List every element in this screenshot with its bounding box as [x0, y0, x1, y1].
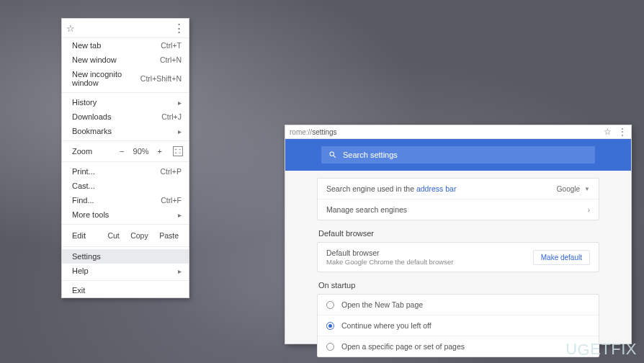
search-placeholder: Search settings [343, 151, 398, 159]
menu-item-downloads[interactable]: Downloads Ctrl+J [62, 109, 189, 124]
more-menu-icon[interactable]: ⋮ [618, 127, 627, 137]
default-browser-row: Default browser Make Google Chrome the d… [318, 243, 599, 272]
zoom-out-button[interactable]: − [117, 147, 126, 156]
menu-separator [62, 92, 189, 93]
menu-shortcut: Ctrl+P [161, 167, 182, 176]
search-engine-text: Search engine used in the address bar [326, 184, 456, 193]
submenu-arrow-icon: ▸ [178, 211, 182, 219]
chevron-right-icon: › [588, 206, 590, 214]
menu-shortcut: Ctrl+F [161, 196, 182, 205]
menu-item-more-tools[interactable]: More tools ▸ [62, 207, 189, 222]
bookmark-star-icon[interactable]: ☆ [66, 23, 75, 34]
menu-item-new-tab[interactable]: New tab Ctrl+T [62, 38, 189, 53]
menu-label: Settings [72, 252, 101, 261]
menu-separator [62, 161, 189, 162]
menu-item-new-window[interactable]: New window Ctrl+N [62, 53, 189, 67]
row-label: Default browser [326, 248, 453, 257]
radio-label: Open a specific page or set of pages [341, 342, 465, 351]
on-startup-title: On startup [318, 281, 599, 290]
menu-item-help[interactable]: Help ▸ [62, 264, 189, 278]
make-default-button[interactable]: Make default [533, 250, 590, 265]
settings-search-input[interactable]: Search settings [321, 146, 595, 163]
advanced-toggle[interactable]: Advanced▼ [317, 357, 599, 363]
menu-label: New window [72, 55, 117, 64]
search-engine-card: Search engine used in the address bar Go… [317, 178, 599, 220]
menu-label: History [72, 98, 97, 107]
menu-item-print[interactable]: Print... Ctrl+P [62, 164, 189, 179]
menu-item-settings[interactable]: Settings [62, 249, 189, 264]
radio-label: Continue where you left off [341, 321, 431, 330]
search-icon [328, 151, 337, 159]
submenu-arrow-icon: ▸ [178, 267, 182, 275]
zoom-in-button[interactable]: + [156, 147, 164, 156]
zoom-label: Zoom [72, 147, 107, 156]
watermark-logo: UGETFIX [565, 340, 637, 359]
menu-shortcut: Ctrl+T [161, 41, 182, 50]
menu-label: Bookmarks [72, 127, 112, 135]
menu-item-exit[interactable]: Exit [62, 283, 189, 297]
menu-shortcut: Ctrl+J [161, 112, 182, 121]
menu-label: Help [72, 266, 89, 275]
menu-label: Exit [72, 286, 85, 295]
zoom-value: 90% [131, 147, 151, 156]
search-engine-select[interactable]: Google ▼ [557, 185, 590, 193]
startup-opt-continue[interactable]: Continue where you left off [318, 315, 599, 336]
startup-opt-new-tab[interactable]: Open the New Tab page [318, 295, 599, 315]
manage-search-engines-row[interactable]: Manage search engines › [318, 199, 599, 220]
menu-label: More tools [72, 210, 109, 219]
radio-icon[interactable] [326, 301, 334, 309]
settings-window: rome://settings ☆ ⋮ Search settings Sear… [285, 125, 632, 344]
chrome-overflow-menu: ☆ ⋮ New tab Ctrl+T New window Ctrl+N New… [61, 18, 189, 298]
menu-label: Print... [72, 167, 95, 176]
menu-separator [62, 280, 189, 281]
address-bar-link[interactable]: address bar [416, 184, 456, 193]
default-browser-title: Default browser [318, 229, 599, 238]
menu-separator [62, 224, 189, 225]
more-menu-icon[interactable]: ⋮ [174, 22, 184, 35]
paste-button[interactable]: Paste [155, 230, 183, 241]
menu-separator [62, 140, 189, 141]
menu-item-new-incognito[interactable]: New incognito window Ctrl+Shift+N [62, 67, 189, 90]
bookmark-star-icon[interactable]: ☆ [604, 127, 612, 137]
fullscreen-icon[interactable]: ⛶ [173, 146, 183, 156]
radio-icon[interactable] [326, 343, 334, 351]
titlebar-right: ☆ ⋮ [599, 127, 627, 137]
menu-item-cast[interactable]: Cast... [62, 179, 189, 193]
startup-opt-specific[interactable]: Open a specific page or set of pages [318, 336, 599, 357]
submenu-arrow-icon: ▸ [178, 127, 182, 135]
menu-item-find[interactable]: Find... Ctrl+F [62, 193, 189, 207]
menu-separator [62, 246, 189, 247]
submenu-arrow-icon: ▸ [178, 99, 182, 107]
address-bar-text: rome://settings [290, 128, 337, 136]
menu-shortcut: Ctrl+Shift+N [140, 74, 182, 83]
menu-label: Downloads [72, 112, 111, 121]
settings-search-bar: Search settings [285, 139, 631, 171]
menu-label: New tab [72, 41, 101, 50]
search-engine-row[interactable]: Search engine used in the address bar Go… [318, 179, 599, 199]
menu-label: New incognito window [72, 70, 140, 87]
default-browser-card: Default browser Make Google Chrome the d… [317, 242, 599, 272]
menu-item-edit: Edit Cut Copy Paste [62, 227, 189, 244]
menu-item-history[interactable]: History ▸ [62, 95, 189, 109]
window-titlebar: rome://settings ☆ ⋮ [285, 125, 631, 139]
on-startup-card: Open the New Tab page Continue where you… [317, 294, 599, 357]
settings-body: Search engine used in the address bar Go… [285, 171, 631, 363]
row-subtext: Make Google Chrome the default browser [326, 258, 453, 266]
cut-button[interactable]: Cut [103, 230, 123, 241]
menu-header: ☆ ⋮ [62, 19, 189, 38]
row-label: Manage search engines [326, 205, 407, 214]
radio-label: Open the New Tab page [341, 300, 423, 309]
edit-label: Edit [72, 231, 101, 240]
menu-item-zoom: Zoom − 90% + ⛶ [62, 143, 189, 159]
radio-icon[interactable] [326, 322, 334, 330]
chevron-down-icon: ▼ [584, 186, 590, 192]
menu-label: Find... [72, 196, 94, 205]
copy-button[interactable]: Copy [126, 230, 153, 241]
menu-shortcut: Ctrl+N [160, 55, 182, 64]
menu-item-bookmarks[interactable]: Bookmarks ▸ [62, 124, 189, 138]
menu-label: Cast... [72, 182, 95, 190]
